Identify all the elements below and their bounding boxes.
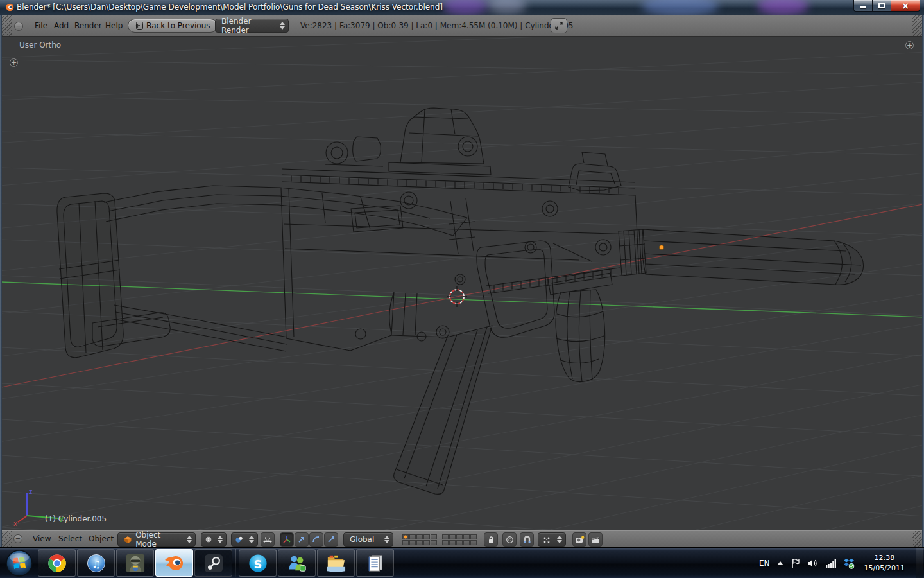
render-engine-select[interactable]: Blender Render bbox=[215, 19, 289, 33]
header-grip[interactable] bbox=[1, 15, 12, 36]
object-mode-cube-icon bbox=[124, 536, 132, 544]
clapperboard-icon bbox=[591, 536, 601, 544]
render-still-button[interactable] bbox=[572, 532, 586, 547]
menu-object[interactable]: Object bbox=[83, 531, 119, 547]
manipulator-translate-button[interactable] bbox=[280, 532, 294, 547]
collapse-menus-button[interactable]: − bbox=[14, 22, 23, 31]
maximize-area-button[interactable] bbox=[551, 18, 567, 33]
rotate-arc-icon bbox=[312, 535, 321, 544]
start-button[interactable] bbox=[5, 549, 33, 577]
show-hidden-icons-button[interactable] bbox=[777, 561, 783, 565]
arrow-icon bbox=[297, 535, 306, 544]
axis-gizmo: z y x bbox=[13, 486, 74, 530]
blender-taskbar-icon bbox=[164, 553, 185, 574]
back-to-previous-button[interactable]: Back to Previous bbox=[128, 19, 218, 33]
taskbar-app-notes[interactable] bbox=[356, 549, 394, 577]
volume-icon[interactable] bbox=[807, 558, 818, 568]
transform-orientation-select[interactable]: Global bbox=[343, 532, 393, 547]
header-grip[interactable] bbox=[912, 531, 923, 547]
properties-expand-icon[interactable]: + bbox=[905, 41, 914, 49]
snap-element-icon bbox=[542, 536, 551, 544]
network-signal-icon[interactable] bbox=[825, 558, 836, 568]
pivot-point-select[interactable] bbox=[231, 532, 258, 547]
manipulator-arrow-button[interactable] bbox=[295, 532, 309, 547]
chrome-icon bbox=[47, 554, 67, 573]
language-indicator[interactable]: EN bbox=[759, 559, 770, 568]
taskbar-app-skype[interactable]: S bbox=[239, 549, 277, 577]
wallpaper-glow bbox=[642, 0, 719, 15]
layer-1-active[interactable] bbox=[402, 534, 409, 539]
back-icon bbox=[135, 22, 143, 30]
layers-group-2[interactable] bbox=[442, 534, 477, 545]
back-to-previous-label: Back to Previous bbox=[146, 21, 210, 30]
game-shortcut-icon bbox=[126, 554, 145, 573]
clock-time: 12:38 bbox=[864, 553, 905, 563]
proportional-edit-button[interactable] bbox=[502, 532, 517, 547]
render-engine-value: Blender Render bbox=[221, 17, 274, 35]
header-grip[interactable] bbox=[912, 15, 923, 36]
taskbar-app-chrome[interactable] bbox=[38, 549, 76, 577]
scene-statistics-text: Ve:2823 | Fa:3079 | Ob:0-39 | La:0 | Mem… bbox=[300, 21, 574, 30]
wallpaper-glow bbox=[757, 0, 809, 15]
blender-info-header: − File Add Render Help Back to Previous … bbox=[1, 15, 923, 37]
taskbar-app-steam[interactable] bbox=[194, 549, 232, 577]
dropdown-arrows-icon bbox=[384, 536, 389, 543]
object-origin-dot bbox=[660, 245, 664, 250]
viewport-shading-select[interactable] bbox=[201, 532, 227, 547]
dropbox-tray-icon[interactable] bbox=[843, 558, 855, 569]
minimize-icon bbox=[860, 6, 866, 8]
show-desktop-button[interactable] bbox=[916, 548, 923, 578]
scene-statistics: Ve:2823 | Fa:3079 | Ob:0-39 | La:0 | Mem… bbox=[300, 15, 574, 36]
lock-icon bbox=[487, 536, 495, 544]
menu-help[interactable]: Help bbox=[99, 15, 129, 36]
header-grip[interactable] bbox=[1, 531, 12, 547]
orientation-value: Global bbox=[350, 535, 374, 544]
svg-text:♫: ♫ bbox=[91, 557, 100, 570]
manipulator-rotate-button[interactable] bbox=[309, 532, 323, 547]
menu-view-label: View bbox=[33, 534, 51, 543]
manipulate-center-points-button[interactable] bbox=[261, 532, 275, 547]
snap-element-select[interactable] bbox=[538, 532, 566, 547]
minimize-button[interactable] bbox=[853, 0, 873, 12]
taskbar-app-explorer[interactable] bbox=[317, 549, 355, 577]
viewport-3d[interactable]: User Ortho + + z y x (1) Cylinder.005 bbox=[1, 37, 923, 530]
shading-globe-icon bbox=[205, 535, 212, 544]
itunes-icon: ♫ bbox=[87, 554, 106, 573]
maximize-button[interactable] bbox=[873, 0, 891, 12]
resize-arrows-icon bbox=[554, 21, 563, 30]
menu-object-label: Object bbox=[89, 534, 114, 543]
manipulator-scale-button[interactable] bbox=[324, 532, 338, 547]
snap-toggle-button[interactable] bbox=[520, 532, 534, 547]
mode-select-value: Object Mode bbox=[135, 530, 181, 548]
collapse-header-button[interactable]: − bbox=[13, 534, 22, 543]
toolshelf-expand-icon[interactable]: + bbox=[10, 58, 18, 67]
taskbar-separator bbox=[235, 549, 236, 577]
mode-select[interactable]: Object Mode bbox=[117, 532, 196, 547]
cursor-3d bbox=[447, 286, 467, 307]
active-object-label: (1) Cylinder.005 bbox=[45, 514, 107, 523]
action-center-flag-icon[interactable] bbox=[791, 558, 800, 568]
taskbar: ♫ bbox=[0, 547, 924, 578]
wireframe-model-kriss-vector[interactable] bbox=[1, 37, 923, 530]
journal-icon bbox=[366, 554, 384, 573]
window-titlebar[interactable]: Blender* [C:\Users\Dan\Desktop\Game Deve… bbox=[0, 0, 924, 15]
clock[interactable]: 12:38 15/05/2011 bbox=[864, 553, 905, 574]
close-button[interactable]: × bbox=[891, 0, 920, 12]
view-name-label: User Ortho bbox=[19, 40, 61, 49]
taskbar-app-messenger[interactable] bbox=[278, 549, 316, 577]
taskbar-app-blender[interactable] bbox=[155, 549, 193, 577]
taskbar-app-game[interactable] bbox=[116, 549, 154, 577]
menu-help-label: Help bbox=[105, 21, 123, 30]
menu-add-label: Add bbox=[54, 21, 69, 30]
layers-group-1[interactable] bbox=[402, 534, 437, 545]
explorer-folder-icon bbox=[326, 554, 346, 573]
render-animation-button[interactable] bbox=[588, 532, 603, 547]
taskbar-app-itunes[interactable]: ♫ bbox=[77, 549, 115, 577]
svg-text:S: S bbox=[253, 557, 262, 570]
lock-to-scene-button[interactable] bbox=[484, 532, 498, 547]
blender-app-icon bbox=[4, 3, 14, 12]
window-controls: × bbox=[853, 0, 920, 12]
menu-render-label: Render bbox=[74, 21, 102, 30]
dropdown-arrows-icon bbox=[187, 536, 192, 543]
skype-icon: S bbox=[248, 554, 268, 573]
